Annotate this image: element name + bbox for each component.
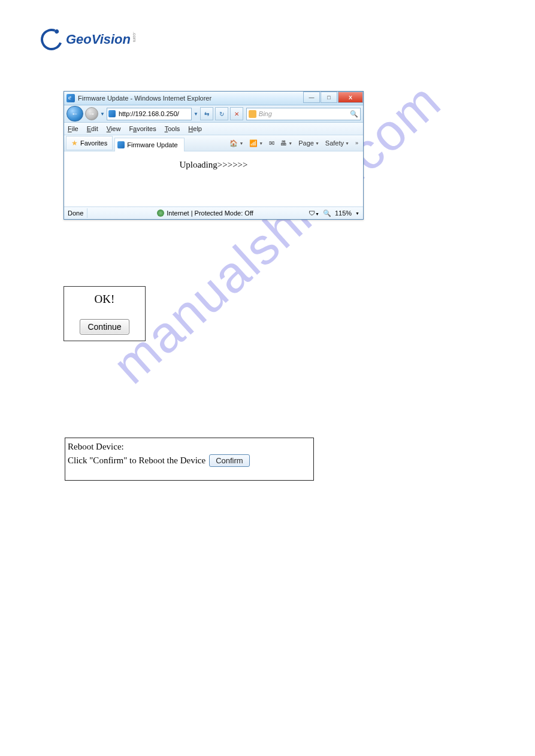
ie-tab-bar: ★ Favorites Firmware Update 🏠▼ 📶▼ ✉ 🖶▼ P… — [64, 135, 363, 151]
safety-menu[interactable]: Safety▼ — [323, 137, 352, 149]
menu-edit[interactable]: Edit — [87, 125, 98, 132]
mail-button[interactable]: ✉ — [267, 137, 277, 149]
logo-mark-icon — [37, 25, 66, 54]
logo-text: GeoVision — [66, 32, 131, 47]
window-close-button[interactable]: X — [338, 92, 363, 103]
window-minimize-button[interactable]: — — [303, 92, 320, 103]
ie-menu-bar: File Edit View Favorites Tools Help — [64, 123, 363, 135]
window-title: Firmware Update - Windows Internet Explo… — [78, 95, 211, 102]
ie-window: Firmware Update - Windows Internet Explo… — [64, 91, 364, 220]
menu-view[interactable]: View — [107, 125, 121, 132]
ie-titlebar: Firmware Update - Windows Internet Explo… — [64, 92, 363, 105]
favorites-button[interactable]: ★ Favorites — [66, 136, 113, 150]
compat-view-button[interactable]: ⇆ — [200, 107, 213, 120]
history-dropdown-icon[interactable]: ▼ — [100, 111, 105, 117]
print-button[interactable]: 🖶▼ — [278, 137, 295, 149]
feeds-button[interactable]: 📶▼ — [247, 137, 265, 149]
menu-help[interactable]: Help — [188, 125, 202, 132]
zoom-icon[interactable]: 🔍 — [323, 210, 331, 217]
menu-favorites[interactable]: Favorites — [129, 125, 156, 132]
reboot-title: Reboot Device: — [68, 442, 311, 452]
address-dropdown-icon[interactable]: ▼ — [194, 111, 198, 117]
back-button[interactable]: ← — [67, 106, 83, 122]
zoom-dropdown-icon[interactable]: ▼ — [355, 211, 359, 215]
address-field[interactable] — [107, 108, 192, 120]
tab-title: Firmware Update — [127, 141, 177, 148]
bing-icon — [249, 110, 256, 118]
tab-icon — [117, 141, 125, 148]
stop-button[interactable]: ✕ — [230, 107, 243, 120]
geovision-logo: GeoVision .com — [41, 29, 137, 50]
favorites-label: Favorites — [80, 139, 107, 147]
ok-label: OK! — [64, 293, 145, 306]
zoom-level[interactable]: 115% — [335, 210, 352, 217]
star-icon: ★ — [71, 139, 78, 147]
home-button[interactable]: 🏠▼ — [227, 137, 246, 149]
internet-zone-icon — [157, 210, 164, 217]
command-bar: 🏠▼ 📶▼ ✉ 🖶▼ Page▼ Safety▼ » — [227, 137, 363, 149]
page-menu[interactable]: Page▼ — [296, 137, 322, 149]
continue-button[interactable]: Continue — [80, 319, 129, 335]
search-provider: Bing — [259, 110, 272, 117]
reboot-panel: Reboot Device: Click "Confirm" to Reboot… — [65, 438, 314, 481]
page-content: Uploading>>>>>> — [64, 151, 363, 207]
forward-button[interactable]: → — [85, 107, 98, 120]
status-done: Done — [68, 210, 83, 217]
refresh-button[interactable]: ↻ — [215, 107, 228, 120]
reboot-instruction: Click "Confirm" to Reboot the Device — [68, 456, 205, 466]
menu-file[interactable]: File — [68, 125, 78, 132]
menu-tools[interactable]: Tools — [165, 125, 180, 132]
protected-mode-icon[interactable]: 🛡▼ — [309, 210, 319, 217]
ok-dialog: OK! Continue — [64, 286, 146, 341]
uploading-text: Uploading>>>>>> — [179, 160, 247, 207]
window-maximize-button[interactable]: □ — [321, 92, 337, 103]
confirm-button[interactable]: Confirm — [209, 454, 250, 467]
logo-tagline: .com — [132, 32, 137, 42]
more-commands-icon[interactable]: » — [353, 137, 361, 149]
url-input[interactable] — [117, 110, 186, 118]
ie-address-bar: ← → ▼ ▼ ⇆ ↻ ✕ Bing 🔍 — [64, 105, 363, 123]
active-tab[interactable]: Firmware Update — [114, 138, 184, 151]
search-field[interactable]: Bing 🔍 — [246, 108, 361, 120]
status-zone: Internet | Protected Mode: Off — [167, 210, 253, 217]
page-icon — [108, 110, 116, 117]
ie-status-bar: Done Internet | Protected Mode: Off 🛡▼ 🔍… — [64, 207, 363, 219]
ie-logo-icon — [67, 94, 75, 102]
search-icon[interactable]: 🔍 — [350, 110, 358, 118]
